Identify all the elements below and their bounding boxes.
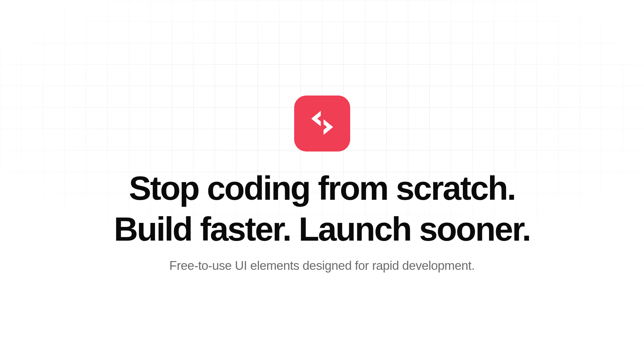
hero-headline: Stop coding from scratch. Build faster. … (114, 168, 530, 249)
brand-logo (294, 96, 350, 152)
chevrons-icon (305, 105, 340, 142)
headline-line-2: Build faster. Launch sooner. (114, 210, 530, 248)
headline-line-1: Stop coding from scratch. (129, 169, 515, 207)
hero-subtitle: Free-to-use UI elements designed for rap… (169, 259, 475, 273)
hero-section: Stop coding from scratch. Build faster. … (0, 0, 644, 273)
